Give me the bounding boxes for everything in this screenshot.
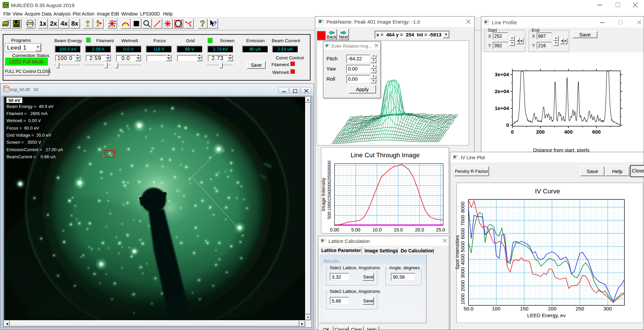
svg-text:1000: 1000	[460, 293, 465, 304]
svg-text:8000: 8000	[460, 201, 465, 213]
svg-text:3000: 3000	[460, 267, 465, 278]
svg-text:100: 100	[492, 306, 500, 311]
svg-text:150: 150	[520, 306, 528, 311]
svg-text:IV Curve: IV Curve	[535, 188, 560, 195]
svg-text:50.0: 50.0	[463, 306, 473, 311]
svg-text:4000: 4000	[460, 254, 465, 265]
svg-text:250: 250	[575, 306, 584, 311]
svg-text:LEED Energy, ev: LEED Energy, ev	[527, 312, 566, 318]
svg-text:2000: 2000	[460, 280, 465, 291]
svg-text:200: 200	[548, 306, 556, 311]
svg-text:5000: 5000	[460, 241, 465, 252]
svg-text:Spot Intensities: Spot Intensities	[454, 235, 460, 270]
svg-text:300: 300	[603, 306, 612, 311]
svg-text:6000: 6000	[460, 228, 465, 239]
svg-text:7000: 7000	[460, 215, 465, 226]
